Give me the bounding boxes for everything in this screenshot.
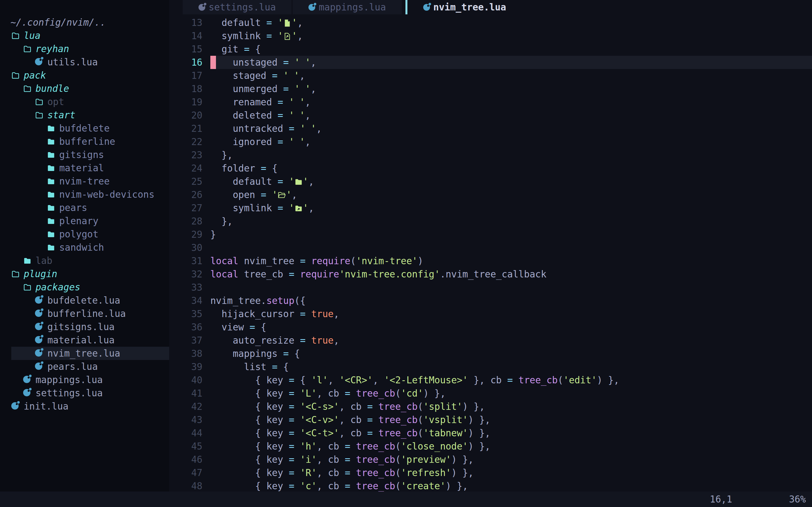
tree-item-nvim-web-devicons[interactable]: nvim-web-devicons [0, 188, 169, 201]
tree-item-bufdelete.lua[interactable]: bufdelete.lua [0, 294, 169, 307]
line-number: 35 [169, 307, 202, 321]
code-line-37[interactable]: 37 auto_resize = true, [169, 334, 812, 347]
tree-item-init.lua[interactable]: init.lua [0, 400, 169, 413]
code-line-40[interactable]: 40 { key = { 'l', '<CR>', '<2-LeftMouse>… [169, 374, 812, 387]
tree-item-plenary[interactable]: plenary [0, 214, 169, 228]
tree-item-label: bufdelete.lua [47, 295, 120, 306]
code-line-18[interactable]: 18 unmerged = '', [169, 82, 812, 96]
code-line-25[interactable]: 25 default = '', [169, 175, 812, 188]
code-line-19[interactable]: 19 renamed = '', [169, 96, 812, 109]
tree-item-settings.lua[interactable]: settings.lua [0, 386, 169, 400]
code-line-22[interactable]: 22 ignored = '', [169, 135, 812, 149]
tree-item-start[interactable]: start [0, 108, 169, 122]
tree-item-reyhan[interactable]: reyhan [0, 42, 169, 55]
tree-item-label: bundle [36, 83, 69, 94]
code-line-32[interactable]: 32local tree_cb = require'nvim-tree.conf… [169, 268, 812, 281]
tree-item-pears.lua[interactable]: pears.lua [0, 360, 169, 373]
code-line-30[interactable]: 30 [169, 241, 812, 255]
tree-item-bundle[interactable]: bundle [0, 82, 169, 95]
tree-item-polygot[interactable]: polygot [0, 228, 169, 241]
folder-icon [35, 98, 43, 106]
line-number: 22 [169, 135, 202, 149]
code-line-33[interactable]: 33 [169, 281, 812, 294]
lua-icon [35, 296, 42, 304]
line-number: 28 [169, 215, 202, 228]
code-line-15[interactable]: 15 git = { [169, 43, 812, 56]
tree-item-label: polygot [59, 229, 98, 240]
tree-item-gitsigns[interactable]: gitsigns [0, 148, 169, 161]
code-buffer[interactable]: 13 default = '',14 symlink = '',15 git =… [169, 14, 812, 492]
code-line-48[interactable]: 48 { key = 'c', cb = tree_cb('create') }… [169, 480, 812, 492]
code-line-16[interactable]: 16 unstaged = '', [169, 56, 812, 69]
folder-icon [23, 84, 32, 93]
code-line-36[interactable]: 36 view = { [169, 321, 812, 334]
code-line-38[interactable]: 38 mappings = { [169, 347, 812, 360]
tree-item-plugin[interactable]: plugin [0, 267, 169, 281]
cursor-position: 16,1 [710, 492, 732, 507]
active-tab-indicator [405, 0, 407, 14]
line-number: 26 [169, 188, 202, 202]
line-number: 45 [169, 440, 202, 453]
code-line-42[interactable]: 42 { key = '<C-s>', cb = tree_cb('split'… [169, 400, 812, 413]
line-number: 41 [169, 387, 202, 400]
folder-icon [47, 177, 55, 186]
line-number: 44 [169, 427, 202, 440]
code-line-45[interactable]: 45 { key = 'h', cb = tree_cb('close_node… [169, 440, 812, 453]
tab-settings.lua[interactable]: settings.lua [183, 0, 292, 14]
code-line-21[interactable]: 21 untracked = '', [169, 122, 812, 135]
tree-item-nvim-tree[interactable]: nvim-tree [0, 175, 169, 188]
folder-open-icon [277, 191, 286, 200]
code-line-39[interactable]: 39 list = { [169, 360, 812, 374]
tree-item-label: bufdelete [59, 123, 110, 134]
folder-symlink-icon [294, 204, 303, 213]
tree-item-lua[interactable]: lua [0, 29, 169, 42]
tree-item-packages[interactable]: packages [0, 281, 169, 294]
folder-icon [47, 217, 55, 225]
tree-item-label: nvim-tree [59, 176, 110, 187]
tab-mappings.lua[interactable]: mappings.lua [293, 0, 402, 14]
code-line-35[interactable]: 35 hijack_cursor = true, [169, 307, 812, 321]
code-line-41[interactable]: 41 { key = 'L', cb = tree_cb('cd') }, [169, 387, 812, 400]
tree-item-material[interactable]: material [0, 161, 169, 175]
tree-item-material.lua[interactable]: material.lua [0, 334, 169, 347]
tree-item-label: sandwich [59, 242, 104, 253]
code-line-43[interactable]: 43 { key = '<C-v>', cb = tree_cb('vsplit… [169, 413, 812, 427]
code-line-26[interactable]: 26 open = '', [169, 188, 812, 202]
code-line-28[interactable]: 28 }, [169, 215, 812, 228]
code-line-14[interactable]: 14 symlink = '', [169, 29, 812, 43]
code-line-34[interactable]: 34nvim_tree.setup({ [169, 294, 812, 307]
code-line-31[interactable]: 31local nvim_tree = require('nvim-tree') [169, 255, 812, 268]
code-line-29[interactable]: 29} [169, 228, 812, 241]
code-line-24[interactable]: 24 folder = { [169, 162, 812, 175]
tab-nvim_tree.lua[interactable]: nvim_tree.lua [407, 0, 522, 14]
tree-item-gitsigns.lua[interactable]: gitsigns.lua [0, 320, 169, 334]
lua-icon [199, 4, 205, 11]
tree-item-label: gitsigns.lua [47, 321, 114, 332]
tree-item-pears[interactable]: pears [0, 201, 169, 214]
code-line-44[interactable]: 44 { key = '<C-t>', cb = tree_cb('tabnew… [169, 427, 812, 440]
code-line-46[interactable]: 46 { key = 'i', cb = tree_cb('preview') … [169, 453, 812, 466]
tree-item-bufferline.lua[interactable]: bufferline.lua [0, 307, 169, 320]
line-number: 40 [169, 374, 202, 387]
tree-item-label: settings.lua [36, 388, 103, 399]
code-line-13[interactable]: 13 default = '', [169, 16, 812, 29]
tree-item-bufdelete[interactable]: bufdelete [0, 122, 169, 135]
code-line-47[interactable]: 47 { key = 'R', cb = tree_cb('refresh') … [169, 466, 812, 480]
code-line-17[interactable]: 17 staged = '', [169, 69, 812, 82]
tree-item-sandwich[interactable]: sandwich [0, 241, 169, 254]
tree-item-label: lua [24, 30, 41, 41]
tree-item-bufferline[interactable]: bufferline [0, 135, 169, 148]
code-line-20[interactable]: 20 deleted = '', [169, 109, 812, 122]
code-line-27[interactable]: 27 symlink = '', [169, 202, 812, 215]
tree-item-opt[interactable]: opt [0, 95, 169, 108]
tree-item-nvim_tree.lua[interactable]: nvim_tree.lua [0, 347, 169, 360]
lua-icon [35, 323, 42, 330]
tree-item-utils.lua[interactable]: utils.lua [0, 55, 169, 69]
tree-item-label: init.lua [24, 401, 68, 412]
tree-item-pack[interactable]: pack [0, 69, 169, 82]
tree-item-lab[interactable]: lab [0, 254, 169, 267]
tree-item-mappings.lua[interactable]: mappings.lua [0, 373, 169, 386]
tree-root-path[interactable]: ~/.config/nvim/.. [0, 16, 169, 29]
code-line-23[interactable]: 23 }, [169, 149, 812, 162]
lua-icon [308, 4, 315, 11]
